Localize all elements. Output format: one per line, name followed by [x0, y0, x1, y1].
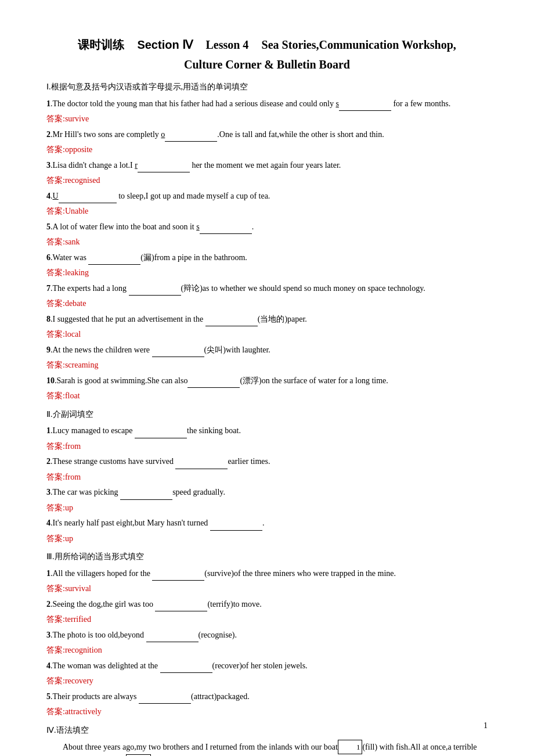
answer-1-4: 答案:Unable	[46, 204, 488, 218]
question-1-9: 9.At the news the children were (尖叫)with…	[46, 343, 488, 357]
section2-header: Ⅱ.介副词填空	[46, 408, 488, 422]
answer-1-1: 答案:survive	[46, 112, 488, 126]
section1-header: Ⅰ.根据句意及括号内汉语或首字母提示,用适当的单词填空	[46, 80, 488, 94]
answer-2-3: 答案:up	[46, 501, 488, 515]
answer-1-5: 答案:sank	[46, 235, 488, 249]
question-1-6: 6.Water was (漏)from a pipe in the bathro…	[46, 250, 488, 265]
answer-3-4: 答案:recovery	[46, 674, 488, 688]
answer-1-3: 答案:recognised	[46, 174, 488, 188]
question-3-3: 3.The photo is too old,beyond (recognise…	[46, 628, 488, 642]
question-3-5: 5.Their products are always (attract)pac…	[46, 689, 488, 704]
question-2-3: 3.The car was picking speed gradually.	[46, 485, 488, 499]
question-2-2: 2.These strange customs have survived ea…	[46, 454, 488, 469]
answer-1-9: 答案:screaming	[46, 358, 488, 372]
question-2-4: 4.It's nearly half past eight,but Mary h…	[46, 516, 488, 530]
answer-1-8: 答案:local	[46, 327, 488, 341]
section3-header: Ⅲ.用所给词的适当形式填空	[46, 550, 488, 564]
answer-1-7: 答案:debate	[46, 297, 488, 311]
section-word: Section	[137, 38, 179, 51]
lesson-title: Lesson 4	[205, 38, 248, 51]
section4-paragraph: About three years ago,my two brothers an…	[46, 740, 488, 756]
answer-2-1: 答案:from	[46, 440, 488, 453]
question-1-1: 1.The doctor told the young man that his…	[46, 96, 488, 111]
question-1-3: 3.Lisa didn't change a lot.I r her the m…	[46, 158, 488, 172]
question-1-5: 5.A lot of water flew into the boat and …	[46, 219, 488, 234]
answer-3-3: 答案:recognition	[46, 643, 488, 657]
answer-3-5: 答案:attractively	[46, 705, 488, 719]
page-title: 课时训练 Section Ⅳ Lesson 4 Sea Stories,Comm…	[46, 35, 488, 74]
question-3-1: 1.All the villagers hoped for the (survi…	[46, 566, 488, 581]
answer-2-2: 答案:from	[46, 470, 488, 484]
answer-1-6: 答案:leaking	[46, 266, 488, 280]
question-2-1: 1.Lucy managed to escape the sinking boa…	[46, 423, 488, 438]
answer-3-2: 答案:terrified	[46, 613, 488, 627]
question-1-7: 7.The experts had a long (辩论)as to wheth…	[46, 281, 488, 296]
title-line1: 课时训练 Section Ⅳ Lesson 4 Sea Stories,Comm…	[46, 35, 488, 55]
question-3-2: 2.Seeing the dog,the girl was too (terri…	[46, 597, 488, 611]
question-3-4: 4.The woman was delighted at the (recove…	[46, 658, 488, 673]
lesson-subtitle: Sea Stories,Communication Workshop,	[262, 38, 456, 51]
answer-3-1: 答案:survival	[46, 582, 488, 596]
chinese-title: 课时训练	[78, 38, 124, 51]
page-number: 1	[484, 719, 488, 733]
question-1-4: 4.U to sleep,I got up and made myself a …	[46, 189, 488, 203]
answer-1-2: 答案:opposite	[46, 143, 488, 157]
title-line3: Culture Corner & Bulletin Board	[46, 55, 488, 74]
question-1-2: 2.Mr Hill's two sons are completly o.One…	[46, 127, 488, 142]
question-1-10: 10.Sarah is good at swimming.She can als…	[46, 373, 488, 388]
question-1-8: 8.I suggested that he put an advertiseme…	[46, 312, 488, 326]
section4-header: Ⅳ.语法填空	[46, 723, 488, 737]
answer-1-10: 答案:float	[46, 389, 488, 403]
roman-numeral: Ⅳ	[182, 38, 193, 51]
answer-2-4: 答案:up	[46, 532, 488, 546]
